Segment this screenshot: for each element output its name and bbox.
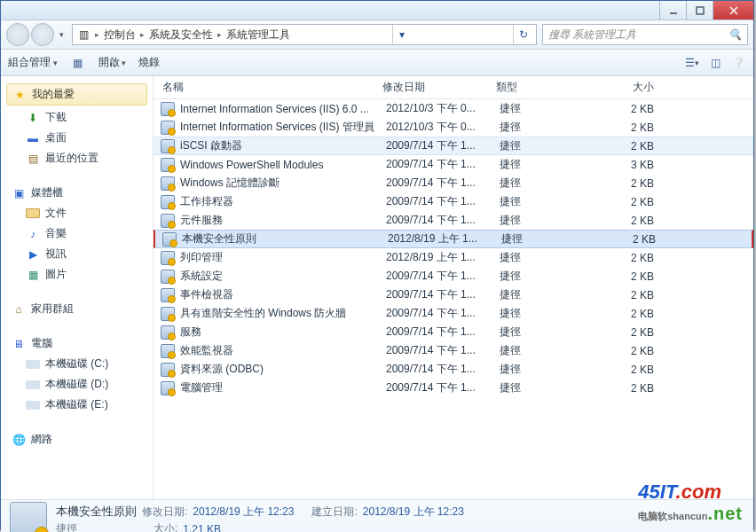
file-list-area: 名稱 修改日期 類型 大小 Internet Information Servi…	[154, 76, 753, 499]
item-type: 捷徑	[500, 176, 604, 191]
crumb-0[interactable]: 控制台	[104, 27, 136, 43]
item-name: 效能監視器	[180, 343, 386, 358]
list-item[interactable]: 服務2009/7/14 下午 1...捷徑2 KB	[154, 323, 753, 341]
item-size: 2 KB	[604, 177, 689, 190]
shortcut-icon	[161, 307, 175, 321]
item-type: 捷徑	[500, 269, 604, 284]
open-button[interactable]: 開啟	[98, 55, 127, 70]
shortcut-icon	[162, 232, 177, 246]
minimize-button[interactable]	[659, 1, 686, 20]
details-type: 捷徑	[56, 521, 77, 532]
list-item[interactable]: iSCSI 啟動器2009/7/14 下午 1...捷徑2 KB	[154, 137, 753, 155]
forward-button[interactable]	[31, 23, 54, 46]
col-size[interactable]: 大小	[601, 80, 689, 95]
shortcut-icon	[161, 121, 175, 135]
sidebar-item-desktop[interactable]: ▬桌面	[1, 128, 153, 148]
item-size: 2 KB	[604, 121, 689, 134]
col-name[interactable]: 名稱	[154, 80, 382, 95]
network-icon: 🌐	[12, 433, 26, 447]
sidebar-item-downloads[interactable]: ⬇下載	[1, 107, 153, 128]
maximize-button[interactable]	[686, 1, 713, 20]
item-name: 本機安全性原則	[182, 231, 388, 246]
sidebar-item-pictures[interactable]: ▦圖片	[1, 264, 153, 285]
sidebar-item-recent[interactable]: ▤最近的位置	[1, 148, 153, 168]
preview-pane-button[interactable]: ◫	[707, 55, 723, 71]
sidebar-item-disk-d[interactable]: 本機磁碟 (D:)	[1, 374, 153, 395]
search-input[interactable]: 搜尋 系統管理工具 🔍	[542, 24, 748, 45]
music-icon: ♪	[26, 227, 40, 241]
sidebar-item-disk-c[interactable]: 本機磁碟 (C:)	[1, 354, 153, 374]
col-date[interactable]: 修改日期	[382, 80, 496, 95]
list-item[interactable]: 本機安全性原則2012/8/19 上午 1...捷徑2 KB	[154, 230, 753, 248]
item-date: 2009/7/14 下午 1...	[386, 213, 500, 228]
item-size: 2 KB	[604, 364, 689, 376]
item-name: Windows PowerShell Modules	[180, 159, 386, 171]
shortcut-icon	[161, 288, 175, 302]
details-title: 本機安全性原則	[56, 504, 137, 520]
refresh-icon[interactable]: ↻	[513, 25, 532, 44]
sidebar-item-videos[interactable]: ▶視訊	[1, 244, 153, 264]
list-item[interactable]: 系統設定2009/7/14 下午 1...捷徑2 KB	[154, 267, 753, 286]
homegroup-header[interactable]: ⌂家用群組	[1, 299, 153, 319]
sidebar-item-documents[interactable]: 文件	[1, 203, 153, 223]
crumb-2[interactable]: 系統管理工具	[226, 27, 290, 43]
item-size: 2 KB	[604, 140, 689, 153]
item-date: 2009/7/14 下午 1...	[386, 325, 500, 340]
favorites-header[interactable]: ★我的最愛	[6, 83, 147, 106]
nav-history-dropdown[interactable]: ▾	[56, 30, 67, 39]
shortcut-icon	[161, 325, 175, 340]
list-item[interactable]: 具有進階安全性的 Windows 防火牆2009/7/14 下午 1...捷徑2…	[154, 304, 753, 323]
video-icon: ▶	[26, 247, 40, 262]
list-item[interactable]: 資料來源 (ODBC)2009/7/14 下午 1...捷徑2 KB	[154, 360, 753, 379]
file-rows: Internet Information Services (IIS) 6.0 …	[154, 99, 753, 499]
item-name: 事件檢視器	[180, 287, 386, 302]
details-size-value: 1.21 KB	[183, 523, 221, 533]
list-item[interactable]: 列印管理2012/8/19 上午 1...捷徑2 KB	[154, 248, 753, 267]
network-header[interactable]: 🌐網路	[1, 429, 153, 450]
list-item[interactable]: 工作排程器2009/7/14 下午 1...捷徑2 KB	[154, 192, 753, 211]
toolbar: 組合管理 ▦ 開啟 燒錄 ☰ ◫ ❔	[1, 50, 753, 76]
list-item[interactable]: 電腦管理2009/7/14 下午 1...捷徑2 KB	[154, 379, 753, 397]
item-size: 2 KB	[604, 196, 689, 208]
item-size: 2 KB	[604, 308, 689, 320]
item-size: 2 KB	[604, 326, 689, 339]
disk-icon	[26, 360, 40, 369]
homegroup-icon: ⌂	[12, 302, 26, 317]
list-item[interactable]: Windows 記憶體診斷2009/7/14 下午 1...捷徑2 KB	[154, 174, 753, 192]
item-type: 捷徑	[500, 157, 604, 172]
libraries-header[interactable]: ▣媒體櫃	[1, 183, 153, 203]
item-size: 2 KB	[606, 233, 691, 246]
back-button[interactable]	[6, 23, 29, 46]
details-create-label: 建立日期:	[311, 505, 357, 520]
control-panel-icon: ▥	[76, 27, 91, 42]
crumb-1[interactable]: 系統及安全性	[149, 27, 213, 43]
library-icon: ▣	[12, 186, 26, 200]
item-type: 捷徑	[500, 120, 604, 135]
close-button[interactable]	[713, 1, 753, 20]
item-name: 列印管理	[180, 250, 386, 265]
list-item[interactable]: Internet Information Services (IIS) 6.0 …	[154, 99, 753, 118]
help-button[interactable]: ❔	[730, 55, 746, 71]
previous-locations-dropdown[interactable]: ▾	[392, 25, 412, 44]
list-item[interactable]: 元件服務2009/7/14 下午 1...捷徑2 KB	[154, 211, 753, 230]
item-type: 捷徑	[500, 306, 604, 321]
sidebar-item-disk-e[interactable]: 本機磁碟 (E:)	[1, 395, 153, 415]
organize-button[interactable]: 組合管理	[8, 55, 58, 70]
item-name: Internet Information Services (IIS) 6.0 …	[180, 103, 386, 115]
list-item[interactable]: 效能監視器2009/7/14 下午 1...捷徑2 KB	[154, 341, 753, 360]
burn-button[interactable]: 燒錄	[138, 55, 160, 70]
shortcut-icon	[161, 139, 175, 153]
list-item[interactable]: Internet Information Services (IIS) 管理員2…	[154, 118, 753, 137]
breadcrumb[interactable]: ▥ ▸ 控制台 ▸ 系統及安全性 ▸ 系統管理工具 ▾ ↻	[72, 24, 537, 45]
details-size-label: 大小:	[154, 521, 177, 532]
item-date: 2009/7/14 下午 1...	[386, 157, 500, 172]
list-item[interactable]: Windows PowerShell Modules2009/7/14 下午 1…	[154, 155, 753, 174]
item-date: 2009/7/14 下午 1...	[386, 287, 500, 302]
sidebar-item-music[interactable]: ♪音樂	[1, 223, 153, 244]
list-item[interactable]: 事件檢視器2009/7/14 下午 1...捷徑2 KB	[154, 286, 753, 304]
shortcut-icon	[161, 195, 175, 209]
computer-header[interactable]: 🖥電腦	[1, 333, 153, 354]
view-options-button[interactable]: ☰	[684, 55, 700, 71]
sidebar: ★我的最愛 ⬇下載 ▬桌面 ▤最近的位置 ▣媒體櫃 文件 ♪音樂 ▶視訊 ▦圖片…	[1, 76, 154, 499]
col-type[interactable]: 類型	[496, 80, 601, 95]
